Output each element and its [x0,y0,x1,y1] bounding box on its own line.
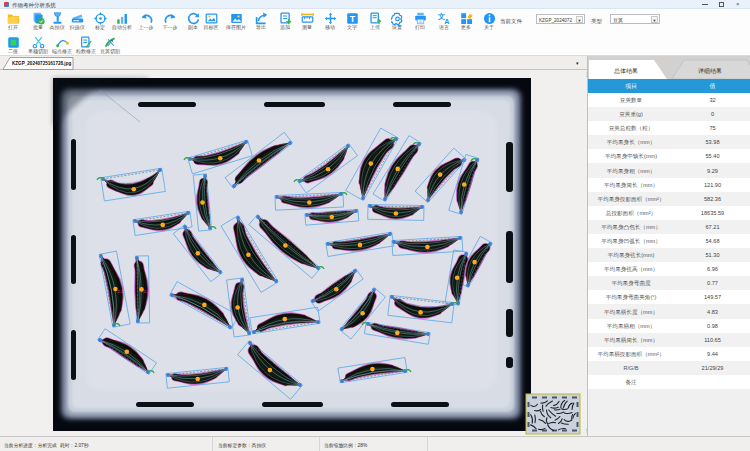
svg-text:T: T [349,14,355,24]
svg-text:2-2: 2-2 [144,289,151,294]
svg-text:总体结果: 总体结果 [613,68,638,75]
svg-text:2-1: 2-1 [117,289,124,294]
svg-text:详细结果: 详细结果 [698,67,722,75]
